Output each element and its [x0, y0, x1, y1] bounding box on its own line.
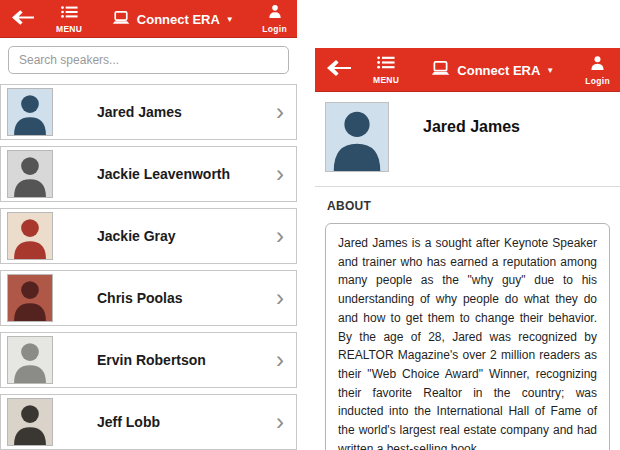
chevron-right-icon: ›	[276, 348, 284, 372]
app-title: Connect ERA	[457, 63, 540, 78]
speaker-photo	[7, 336, 53, 384]
speaker-name: Chris Poolas	[97, 290, 183, 306]
about-box: Jared James is a sought after Keynote Sp…	[325, 223, 610, 450]
login-label: Login	[585, 76, 610, 86]
login-button[interactable]: Login	[575, 48, 620, 92]
app-title-dropdown[interactable]: Connect ERA ▼	[92, 0, 252, 38]
list-item-jeff-lobb[interactable]: Jeff Lobb ›	[0, 394, 297, 450]
search-input[interactable]	[8, 46, 289, 74]
back-button[interactable]	[315, 48, 363, 92]
speaker-name: Jackie Gray	[97, 228, 176, 244]
chevron-right-icon: ›	[276, 286, 284, 310]
speaker-photo	[7, 398, 53, 446]
about-text: Jared James is a sought after Keynote Sp…	[338, 234, 597, 450]
menu-label: MENU	[56, 24, 82, 34]
speaker-list-screen: MENU Connect ERA ▼ Login	[0, 0, 297, 450]
chevron-right-icon: ›	[276, 162, 284, 186]
laptop-icon	[430, 61, 451, 79]
search-bar	[0, 38, 297, 84]
caret-down-icon: ▼	[226, 14, 234, 24]
login-label: Login	[262, 24, 287, 34]
app-bar: MENU Connect ERA ▼ Login	[0, 0, 297, 38]
speaker-detail-screen: MENU Connect ERA ▼ Login Jared James	[315, 48, 620, 450]
speaker-photo	[7, 150, 53, 198]
menu-label: MENU	[373, 75, 399, 85]
chevron-right-icon: ›	[276, 224, 284, 248]
login-button[interactable]: Login	[252, 0, 297, 38]
chevron-right-icon: ›	[276, 100, 284, 124]
speaker-photo	[7, 88, 53, 136]
speaker-name-heading: Jared James	[423, 118, 520, 136]
speaker-profile-header: Jared James	[315, 92, 620, 186]
menu-button[interactable]: MENU	[363, 48, 409, 92]
app-title: Connect ERA	[137, 12, 220, 27]
speaker-list: Jared James › Jackie Leavenworth › Jacki…	[0, 84, 297, 450]
app-title-dropdown[interactable]: Connect ERA ▼	[409, 48, 575, 92]
person-icon	[590, 55, 605, 74]
speaker-name: Jeff Lobb	[97, 414, 160, 430]
caret-down-icon: ▼	[546, 65, 554, 75]
chevron-right-icon: ›	[276, 410, 284, 434]
list-item-chris-poolas[interactable]: Chris Poolas ›	[0, 270, 297, 326]
speaker-name: Jared James	[97, 104, 182, 120]
list-item-jackie-leavenworth[interactable]: Jackie Leavenworth ›	[0, 146, 297, 202]
list-item-ervin-robertson[interactable]: Ervin Robertson ›	[0, 332, 297, 388]
back-button[interactable]	[0, 0, 46, 38]
speaker-name: Jackie Leavenworth	[97, 166, 230, 182]
speaker-photo	[7, 212, 53, 260]
back-arrow-icon	[327, 60, 351, 80]
speaker-name: Ervin Robertson	[97, 352, 206, 368]
about-section-label: ABOUT	[315, 187, 620, 221]
speaker-photo	[7, 274, 53, 322]
person-icon	[268, 4, 282, 22]
laptop-icon	[111, 11, 131, 28]
back-arrow-icon	[12, 10, 34, 29]
menu-list-icon	[61, 4, 78, 22]
screenshot-canvas: MENU Connect ERA ▼ Login	[0, 0, 620, 450]
menu-button[interactable]: MENU	[46, 0, 92, 38]
app-bar: MENU Connect ERA ▼ Login	[315, 48, 620, 92]
list-item-jared-james[interactable]: Jared James ›	[0, 84, 297, 140]
menu-list-icon	[377, 55, 395, 73]
speaker-photo	[325, 102, 389, 172]
list-item-jackie-gray[interactable]: Jackie Gray ›	[0, 208, 297, 264]
